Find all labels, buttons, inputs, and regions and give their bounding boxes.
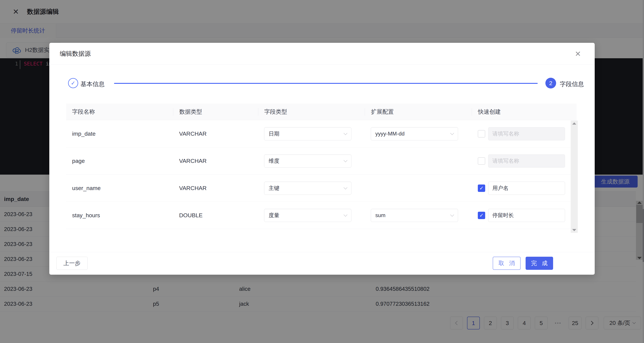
quick-create-cell: 请填写名称 [472, 154, 576, 168]
field-name: stay_hours [66, 212, 173, 219]
step1-check-icon: ✓ [68, 78, 78, 88]
field-column-header: 数据类型 [173, 108, 258, 116]
chevron-down-icon [344, 186, 348, 189]
scroll-down-icon[interactable] [571, 228, 578, 232]
modal-title: 编辑数据源 [60, 50, 91, 58]
modal-header: 编辑数据源 ✕ [49, 43, 595, 65]
field-type-value: 主键 [269, 185, 280, 192]
done-button[interactable]: 完 成 [526, 257, 553, 270]
field-type-select[interactable]: 日期 [264, 127, 351, 140]
quick-create-name-input[interactable]: 用户名 [488, 182, 565, 195]
quick-create-name-input[interactable]: 停留时长 [488, 209, 565, 222]
field-column-header: 快速创建 [472, 108, 576, 116]
field-name: user_name [66, 185, 173, 191]
field-type-value: 维度 [269, 157, 280, 165]
chevron-down-icon [344, 158, 348, 162]
chevron-down-icon [450, 213, 454, 217]
app-root: ✕ 数据源编辑 停留时长统计 H2数据实例 1 SELECT imp [0, 0, 644, 343]
quick-create-cell: ✓用户名 [472, 182, 576, 195]
field-type-select[interactable]: 主键 [264, 182, 351, 195]
chevron-down-icon [344, 131, 348, 135]
field-row: stay_hoursDOUBLE度量sum✓停留时长 [66, 202, 576, 229]
input-placeholder: 请填写名称 [492, 130, 519, 138]
field-type-select[interactable]: 维度 [264, 154, 351, 168]
previous-step-button[interactable]: 上一步 [56, 257, 88, 270]
chevron-down-icon [450, 131, 454, 135]
quick-create-cell: 请填写名称 [472, 127, 576, 140]
step1-label: 基本信息 [80, 80, 105, 88]
quick-create-checkbox[interactable]: ✓ [478, 212, 485, 219]
field-config-table: 字段名称数据类型字段类型扩展配置快速创建 imp_dateVARCHAR日期yy… [66, 104, 576, 229]
field-column-header: 字段类型 [258, 108, 365, 116]
field-table-header: 字段名称数据类型字段类型扩展配置快速创建 [66, 104, 576, 120]
field-table-body: imp_dateVARCHAR日期yyyy-MM-dd请填写名称pageVARC… [66, 120, 576, 229]
ext-config-value: yyyy-MM-dd [375, 131, 404, 137]
ext-config-value: sum [375, 212, 386, 218]
field-row: user_nameVARCHAR主键✓用户名 [66, 174, 576, 202]
field-table-scrollbar[interactable] [571, 121, 578, 233]
field-type-select[interactable]: 度量 [264, 209, 351, 222]
field-type-value: 日期 [269, 130, 280, 138]
quick-create-checkbox[interactable] [478, 130, 485, 138]
field-type-value: 度量 [269, 212, 280, 219]
chevron-down-icon [344, 213, 348, 217]
ext-config-select[interactable]: yyyy-MM-dd [371, 127, 458, 140]
step2-badge: 2 [546, 78, 556, 89]
step2-label: 字段信息 [560, 80, 584, 88]
field-name: imp_date [66, 130, 173, 137]
field-column-header: 扩展配置 [365, 108, 472, 116]
stepper: ✓ 基本信息 2 字段信息 [49, 78, 595, 90]
cancel-button[interactable]: 取 消 [493, 257, 520, 270]
field-data-type: VARCHAR [173, 130, 258, 137]
modal-footer: 上一步 取 消 完 成 [49, 252, 595, 275]
field-row: imp_dateVARCHAR日期yyyy-MM-dd请填写名称 [66, 120, 576, 147]
quick-create-checkbox[interactable] [478, 157, 485, 165]
ext-config-select[interactable]: sum [371, 209, 458, 222]
quick-create-name-input[interactable]: 请填写名称 [488, 127, 565, 140]
quick-create-cell: ✓停留时长 [472, 209, 576, 222]
quick-create-checkbox[interactable]: ✓ [478, 185, 485, 192]
field-name: page [66, 158, 173, 164]
field-column-header: 字段名称 [66, 108, 173, 116]
quick-create-name-input[interactable]: 请填写名称 [488, 154, 565, 168]
field-data-type: DOUBLE [173, 212, 258, 219]
scroll-up-icon[interactable] [571, 121, 578, 126]
close-icon[interactable]: ✕ [568, 43, 588, 65]
field-row: pageVARCHAR维度请填写名称 [66, 147, 576, 174]
edit-datasource-modal: 编辑数据源 ✕ ✓ 基本信息 2 字段信息 字段名称数据类型字段类型扩展配置快速… [49, 43, 595, 275]
step-connector [114, 83, 538, 84]
field-data-type: VARCHAR [173, 158, 258, 164]
field-data-type: VARCHAR [173, 185, 258, 191]
input-placeholder: 请填写名称 [492, 157, 519, 165]
